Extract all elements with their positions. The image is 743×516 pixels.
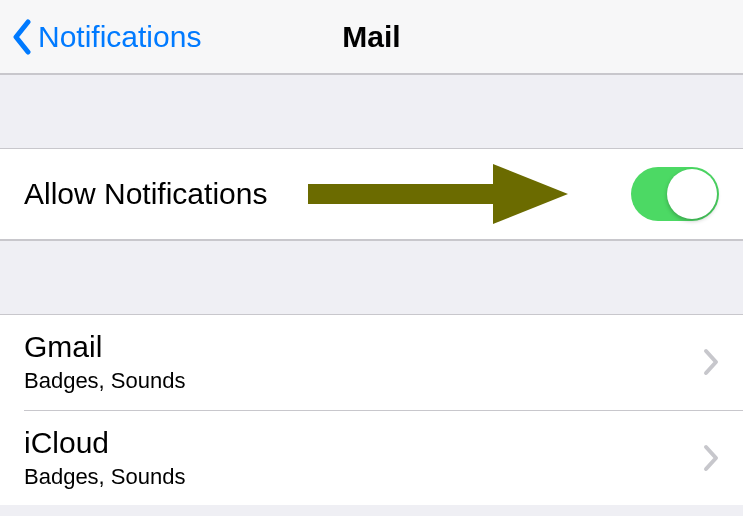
account-subtitle: Badges, Sounds [24,463,185,492]
account-text: iCloud Badges, Sounds [24,425,185,492]
toggle-knob [667,169,717,219]
account-text: Gmail Badges, Sounds [24,329,185,396]
svg-rect-0 [308,184,498,204]
back-button[interactable]: Notifications [12,19,201,55]
navbar: Notifications Mail [0,0,743,74]
svg-marker-1 [493,164,568,224]
page-title: Mail [342,20,400,54]
account-title: iCloud [24,425,185,461]
chevron-right-icon [703,348,719,376]
account-list: Gmail Badges, Sounds iCloud Badges, Soun… [0,314,743,505]
arrow-annotation-icon [308,164,568,224]
chevron-left-icon [12,19,32,55]
account-row-gmail[interactable]: Gmail Badges, Sounds [0,315,743,410]
section-gap [0,240,743,314]
back-label: Notifications [38,20,201,54]
account-subtitle: Badges, Sounds [24,367,185,396]
account-row-icloud[interactable]: iCloud Badges, Sounds [24,410,743,506]
allow-notifications-row: Allow Notifications [0,148,743,240]
account-title: Gmail [24,329,185,365]
allow-notifications-toggle[interactable] [631,167,719,221]
chevron-right-icon [703,444,719,472]
section-gap [0,74,743,148]
allow-notifications-label: Allow Notifications [24,177,267,211]
